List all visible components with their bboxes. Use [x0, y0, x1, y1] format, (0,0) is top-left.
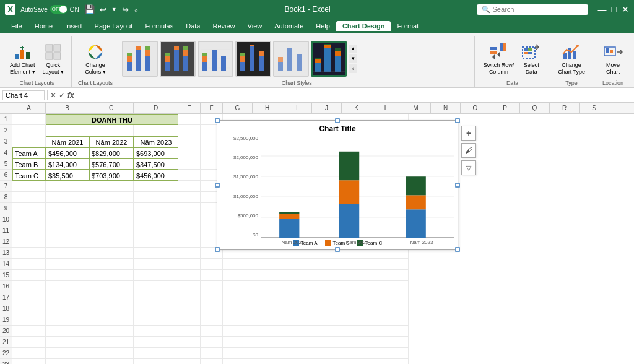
- tab-chart-design[interactable]: Chart Design: [336, 21, 391, 31]
- formula-fx-icon[interactable]: fx: [67, 91, 74, 100]
- cell-f19[interactable]: [201, 314, 223, 326]
- cell-b16[interactable]: [46, 281, 89, 292]
- cell-b11[interactable]: [46, 225, 89, 236]
- chart-styles-scroll-down[interactable]: ▼: [349, 54, 357, 63]
- cell-e18[interactable]: [178, 303, 201, 314]
- cell-g23-wide[interactable]: [223, 359, 409, 364]
- cell-e14[interactable]: [178, 259, 201, 270]
- col-header-g[interactable]: G: [223, 103, 253, 113]
- cell-c6[interactable]: $703,900: [89, 170, 134, 181]
- col-header-e[interactable]: E: [178, 103, 201, 113]
- cell-b5[interactable]: $134,000: [46, 158, 89, 170]
- cell-e21[interactable]: [178, 337, 201, 348]
- chart-style-6-active[interactable]: [311, 41, 347, 77]
- tab-format[interactable]: Format: [391, 21, 425, 31]
- col-header-a[interactable]: A: [12, 103, 46, 113]
- search-box[interactable]: 🔍: [477, 4, 588, 15]
- cell-d9[interactable]: [134, 203, 178, 214]
- cell-d8[interactable]: [134, 192, 178, 203]
- cell-b23[interactable]: [46, 359, 89, 364]
- cell-d23[interactable]: [134, 359, 178, 364]
- cell-b6[interactable]: $35,500: [46, 170, 89, 181]
- close-icon[interactable]: ✕: [622, 4, 629, 14]
- cell-b18[interactable]: [46, 303, 89, 314]
- chart-style-4-selected[interactable]: [235, 41, 271, 77]
- tab-file[interactable]: File: [5, 21, 28, 31]
- cell-a11[interactable]: [12, 225, 46, 236]
- chart-add-element-btn[interactable]: +: [461, 126, 476, 141]
- cell-f20[interactable]: [201, 326, 223, 337]
- chart-container[interactable]: Chart Title $2,500,000 $2,000,000 $1,500…: [217, 120, 458, 250]
- cell-f18[interactable]: [201, 303, 223, 314]
- col-header-p[interactable]: P: [490, 103, 520, 113]
- cell-e7[interactable]: [178, 181, 201, 192]
- cell-g18-wide[interactable]: [223, 303, 409, 314]
- cell-b22[interactable]: [46, 348, 89, 359]
- col-header-k[interactable]: K: [342, 103, 371, 113]
- add-chart-element-button[interactable]: Add ChartElement ▾: [7, 40, 38, 77]
- cell-a15[interactable]: [12, 270, 46, 281]
- cell-a22[interactable]: [12, 348, 46, 359]
- name-box[interactable]: [2, 90, 45, 100]
- handle-bl[interactable]: [215, 247, 220, 252]
- cell-c3[interactable]: Năm 2022: [89, 136, 134, 147]
- col-header-o[interactable]: O: [461, 103, 490, 113]
- col-header-j[interactable]: J: [312, 103, 342, 113]
- tab-help[interactable]: Help: [310, 21, 336, 31]
- tab-page-layout[interactable]: Page Layout: [89, 21, 139, 31]
- cell-g20-wide[interactable]: [223, 326, 409, 337]
- chart-styles-scroll-more[interactable]: ⬦: [349, 64, 357, 73]
- col-header-q[interactable]: Q: [520, 103, 550, 113]
- cell-d3[interactable]: Năm 2023: [134, 136, 178, 147]
- cell-e17[interactable]: [178, 292, 201, 303]
- cell-a14[interactable]: [12, 259, 46, 270]
- cell-e16[interactable]: [178, 281, 201, 292]
- col-header-f[interactable]: F: [201, 103, 223, 113]
- formula-cancel-icon[interactable]: ✕: [50, 91, 56, 100]
- cell-e10[interactable]: [178, 214, 201, 225]
- cell-a3[interactable]: [12, 136, 46, 147]
- col-header-d[interactable]: D: [134, 103, 178, 113]
- cell-a7[interactable]: [12, 181, 46, 192]
- cell-g19-wide[interactable]: [223, 314, 409, 326]
- cell-c10[interactable]: [89, 214, 134, 225]
- undo-dropdown-icon[interactable]: ▼: [111, 6, 117, 12]
- handle-tr[interactable]: [455, 118, 460, 123]
- cell-g22-wide[interactable]: [223, 348, 409, 359]
- cell-d14[interactable]: [134, 259, 178, 270]
- cell-a18[interactable]: [12, 303, 46, 314]
- chart-style-2[interactable]: [160, 41, 196, 77]
- cell-b9[interactable]: [46, 203, 89, 214]
- cell-d4[interactable]: $693,000: [134, 147, 178, 158]
- cell-d7[interactable]: [134, 181, 178, 192]
- handle-br[interactable]: [455, 247, 460, 252]
- cell-d13[interactable]: [134, 248, 178, 259]
- cell-a19[interactable]: [12, 314, 46, 326]
- cell-f15[interactable]: [201, 270, 223, 281]
- cell-d5[interactable]: $347,500: [134, 158, 178, 170]
- cell-a10[interactable]: [12, 214, 46, 225]
- handle-tm[interactable]: [335, 118, 340, 123]
- switch-row-column-button[interactable]: Switch Row/Column: [481, 40, 517, 77]
- tab-review[interactable]: Review: [206, 21, 241, 31]
- chart-filter-btn[interactable]: ▽: [461, 160, 476, 175]
- tab-data[interactable]: Data: [180, 21, 206, 31]
- cell-g17-wide[interactable]: [223, 292, 409, 303]
- autosave-toggle[interactable]: OFF: [50, 5, 67, 14]
- tab-home[interactable]: Home: [28, 21, 59, 31]
- cell-a21[interactable]: [12, 337, 46, 348]
- cell-c21[interactable]: [89, 337, 134, 348]
- cell-d2[interactable]: [134, 125, 178, 136]
- cell-a9[interactable]: [12, 203, 46, 214]
- search-input[interactable]: [493, 6, 580, 13]
- cell-e11[interactable]: [178, 225, 201, 236]
- cell-e15[interactable]: [178, 270, 201, 281]
- handle-ml[interactable]: [215, 183, 220, 188]
- cell-a2[interactable]: [12, 125, 46, 136]
- cell-c4[interactable]: $829,000: [89, 147, 134, 158]
- cell-f14[interactable]: [201, 259, 223, 270]
- cell-d16[interactable]: [134, 281, 178, 292]
- cell-f21[interactable]: [201, 337, 223, 348]
- cell-d18[interactable]: [134, 303, 178, 314]
- cell-a20[interactable]: [12, 326, 46, 337]
